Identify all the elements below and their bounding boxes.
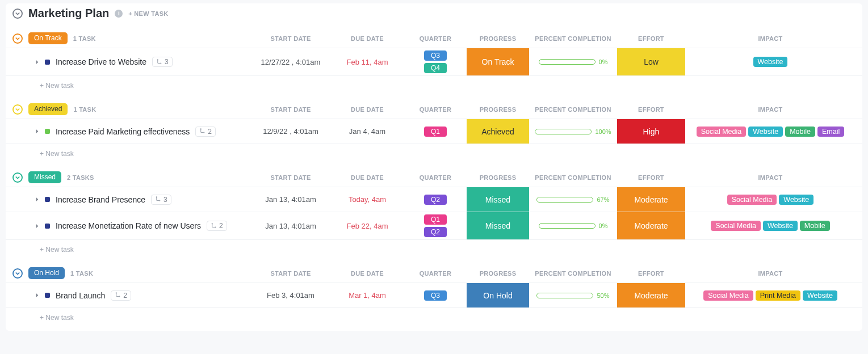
col-percent: PERCENT COMPLETION: [529, 106, 617, 113]
col-due-date: DUE DATE: [330, 106, 404, 113]
subtask-chip[interactable]: 3: [152, 57, 173, 67]
col-percent: PERCENT COMPLETION: [529, 35, 617, 42]
quarter-chip: Q3: [424, 290, 447, 301]
progress-cell[interactable]: Achieved: [467, 119, 529, 144]
impact-cell[interactable]: Social MediaWebsiteMobile: [685, 221, 856, 231]
start-date-cell[interactable]: 12/27/22 , 4:01am: [251, 58, 330, 66]
effort-cell[interactable]: Moderate: [617, 283, 685, 307]
due-date-cell[interactable]: Today, 4am: [330, 195, 404, 204]
group-header: On Hold 1 TASK START DATE DUE DATE QUART…: [6, 267, 862, 283]
percent-bar: [539, 223, 596, 229]
percent-cell[interactable]: 0%: [529, 222, 617, 229]
task-row[interactable]: Brand Launch 2 Feb 3, 4:01am Mar 1, 4am …: [6, 283, 862, 307]
due-date-cell[interactable]: Mar 1, 4am: [330, 291, 404, 300]
new-task-button[interactable]: + New task: [6, 75, 862, 93]
task-row[interactable]: Increase Paid Marketing effectiveness 2 …: [6, 119, 862, 144]
group: On Hold 1 TASK START DATE DUE DATE QUART…: [6, 267, 862, 325]
task-name: Increase Paid Marketing effectiveness: [56, 127, 190, 136]
subtask-chip[interactable]: 2: [111, 290, 131, 301]
group-collapse-icon[interactable]: [12, 104, 23, 115]
quarter-chip: Q2: [424, 227, 447, 237]
start-date-cell[interactable]: 12/9/22 , 4:01am: [251, 127, 330, 136]
percent-label: 100%: [595, 128, 611, 135]
subtask-icon: [155, 196, 161, 203]
task-row[interactable]: Increase Brand Presence 3 Jan 13, 4:01am…: [6, 187, 862, 212]
percent-bar: [535, 129, 592, 134]
quarter-cell[interactable]: Q3: [404, 290, 467, 301]
group-status-pill[interactable]: Achieved: [28, 103, 68, 115]
new-task-button[interactable]: + New task: [6, 307, 862, 325]
col-progress: PROGRESS: [467, 270, 529, 277]
progress-cell[interactable]: On Hold: [467, 283, 529, 307]
expand-caret-icon[interactable]: [35, 222, 39, 230]
svg-point-1: [160, 62, 161, 64]
impact-cell[interactable]: Social MediaPrint MediaWebsite: [685, 290, 856, 301]
effort-cell[interactable]: Moderate: [617, 187, 685, 212]
start-date-cell[interactable]: Jan 13, 4:01am: [251, 222, 330, 230]
quarter-cell[interactable]: Q1Q2: [404, 214, 467, 237]
percent-cell[interactable]: 0%: [529, 58, 617, 65]
col-impact: IMPACT: [685, 106, 856, 113]
percent-cell[interactable]: 67%: [529, 196, 617, 203]
new-task-button[interactable]: + New task: [6, 239, 862, 257]
impact-chip: Social Media: [697, 127, 747, 137]
impact-chip: Website: [753, 57, 788, 67]
col-impact: IMPACT: [685, 35, 856, 42]
quarter-chip: Q1: [424, 127, 447, 137]
task-row[interactable]: Increase Drive to Website 3 12/27/22 , 4…: [6, 48, 862, 75]
effort-cell[interactable]: Moderate: [617, 212, 685, 239]
progress-cell[interactable]: On Track: [467, 48, 529, 75]
impact-chip: Mobile: [785, 127, 815, 137]
progress-cell[interactable]: Missed: [467, 187, 529, 212]
percent-cell[interactable]: 100%: [529, 128, 617, 135]
due-date-cell[interactable]: Feb 22, 4am: [330, 222, 404, 230]
percent-label: 67%: [597, 196, 609, 203]
impact-cell[interactable]: Social MediaWebsite: [685, 195, 856, 205]
quarter-cell[interactable]: Q2: [404, 195, 467, 205]
group-collapse-icon[interactable]: [12, 33, 23, 44]
percent-bar: [536, 293, 593, 298]
group-status-pill[interactable]: Missed: [28, 171, 61, 183]
group-status-pill[interactable]: On Track: [28, 32, 68, 44]
impact-chip: Mobile: [800, 221, 830, 231]
expand-caret-icon[interactable]: [35, 58, 39, 66]
svg-point-5: [159, 200, 160, 201]
start-date-cell[interactable]: Jan 13, 4:01am: [251, 195, 330, 204]
col-start-date: START DATE: [251, 174, 330, 181]
col-start-date: START DATE: [251, 106, 330, 113]
subtask-chip[interactable]: 3: [151, 195, 171, 205]
info-icon[interactable]: i: [115, 10, 123, 18]
expand-caret-icon[interactable]: [35, 195, 39, 204]
group-collapse-icon[interactable]: [12, 268, 23, 279]
due-date-cell[interactable]: Feb 11, 4am: [330, 58, 404, 66]
effort-cell[interactable]: Low: [617, 48, 685, 75]
group-collapse-icon[interactable]: [12, 172, 23, 183]
impact-chip: Social Media: [711, 221, 761, 231]
expand-caret-icon[interactable]: [35, 127, 39, 136]
subtask-chip[interactable]: 2: [207, 221, 227, 231]
status-square-icon: [45, 60, 50, 65]
quarter-cell[interactable]: Q1: [404, 127, 467, 137]
new-task-top-button[interactable]: + NEW TASK: [128, 10, 168, 17]
quarter-cell[interactable]: Q3Q4: [404, 50, 467, 73]
percent-cell[interactable]: 50%: [529, 292, 617, 299]
start-date-cell[interactable]: Feb 3, 4:01am: [251, 291, 330, 300]
effort-cell[interactable]: High: [617, 119, 685, 144]
task-row[interactable]: Increase Monetization Rate of new Users …: [6, 212, 862, 239]
group-task-count: 2 TASKS: [67, 174, 94, 181]
due-date-cell[interactable]: Jan 4, 4am: [330, 127, 404, 136]
progress-cell[interactable]: Missed: [467, 212, 529, 239]
subtask-chip[interactable]: 2: [195, 127, 216, 137]
new-task-button[interactable]: + New task: [6, 144, 862, 161]
group-status-pill[interactable]: On Hold: [28, 267, 65, 279]
board-title: Marketing Plan: [28, 7, 109, 20]
board-collapse-icon[interactable]: [12, 9, 23, 19]
impact-cell[interactable]: Social MediaWebsiteMobileEmail: [685, 127, 856, 137]
col-quarter: QUARTER: [404, 174, 467, 181]
svg-point-9: [119, 296, 120, 297]
impact-chip: Email: [817, 127, 844, 137]
expand-caret-icon[interactable]: [35, 291, 39, 300]
col-quarter: QUARTER: [404, 270, 467, 277]
impact-chip: Print Media: [756, 290, 800, 301]
impact-cell[interactable]: Website: [685, 57, 856, 67]
